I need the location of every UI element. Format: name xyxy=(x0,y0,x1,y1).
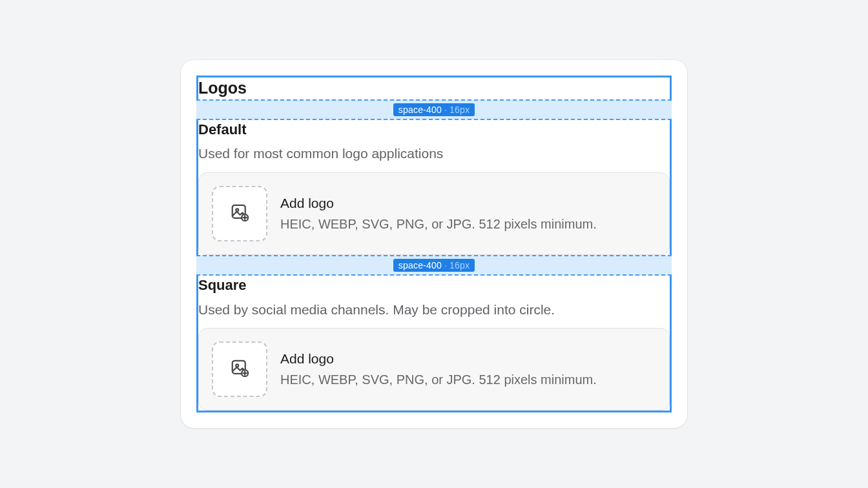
default-logo-dropzone[interactable]: Add logo HEIC, WEBP, SVG, PNG, or JPG. 5… xyxy=(198,172,670,255)
square-drop-label: Add logo xyxy=(280,349,597,369)
spacing-token: space-400 xyxy=(398,105,442,115)
image-add-icon xyxy=(230,203,249,225)
section-square: Square Used by social media channels. Ma… xyxy=(198,276,670,411)
logos-card: Logos space-400 · 16px Default Used for … xyxy=(181,60,687,428)
spacing-inspection-outline: Logos space-400 · 16px Default Used for … xyxy=(196,76,672,412)
svg-point-4 xyxy=(236,364,238,367)
default-dropzone-text: Add logo HEIC, WEBP, SVG, PNG, or JPG. 5… xyxy=(280,194,597,234)
square-logo-dropzone[interactable]: Add logo HEIC, WEBP, SVG, PNG, or JPG. 5… xyxy=(198,328,670,411)
image-add-icon xyxy=(230,358,249,380)
logos-heading: Logos xyxy=(198,77,670,99)
default-logo-thumbnail[interactable] xyxy=(212,186,267,241)
spacing-indicator: space-400 · 16px xyxy=(196,99,672,120)
square-logo-thumbnail[interactable] xyxy=(212,341,267,397)
square-dropzone-text: Add logo HEIC, WEBP, SVG, PNG, or JPG. 5… xyxy=(280,349,597,389)
square-description: Used by social media channels. May be cr… xyxy=(198,300,670,319)
spacing-value: 16px xyxy=(450,105,470,115)
default-title: Default xyxy=(198,120,670,139)
spacing-token: space-400 xyxy=(398,260,442,270)
spacing-indicator: space-400 · 16px xyxy=(196,255,672,276)
default-drop-hint: HEIC, WEBP, SVG, PNG, or JPG. 512 pixels… xyxy=(280,214,597,234)
square-title: Square xyxy=(198,276,670,295)
section-default: Default Used for most common logo applic… xyxy=(198,120,670,255)
square-drop-hint: HEIC, WEBP, SVG, PNG, or JPG. 512 pixels… xyxy=(280,370,597,389)
svg-point-1 xyxy=(236,208,238,211)
spacing-value: 16px xyxy=(450,260,470,270)
spacing-separator: · xyxy=(444,105,447,115)
spacing-chip: space-400 · 16px xyxy=(393,103,475,116)
spacing-chip: space-400 · 16px xyxy=(393,259,475,272)
default-drop-label: Add logo xyxy=(280,194,597,213)
spacing-separator: · xyxy=(444,260,447,270)
default-description: Used for most common logo applications xyxy=(198,144,670,163)
